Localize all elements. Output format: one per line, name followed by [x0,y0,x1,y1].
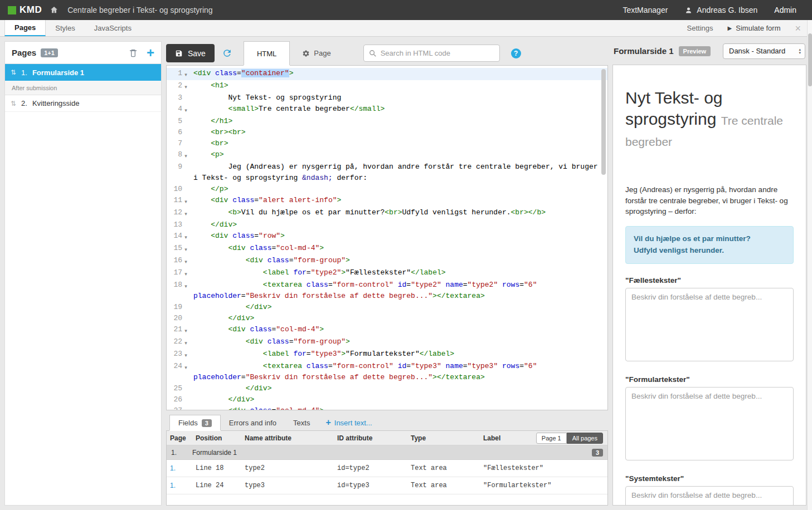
code-line[interactable]: 13 </div> [167,219,607,231]
fold-arrow-icon[interactable] [182,394,189,405]
code-line[interactable]: 17 ▾ <label for="type2">"Fællestekster"<… [167,267,607,279]
tab-styles[interactable]: Styles [46,20,84,36]
preview-textarea[interactable] [625,288,794,361]
line-gutter[interactable]: 7 [167,138,191,149]
fold-arrow-icon[interactable] [182,383,189,394]
settings-link[interactable]: Settings [687,24,713,32]
code-line[interactable]: 11 ▾ <div class="alert alert-info"> [167,195,607,207]
fields-group-row[interactable]: 1. Formularside 1 3 [167,445,607,460]
editor-scrollbar[interactable] [601,69,606,175]
line-gutter[interactable]: 23 ▾ [167,349,191,361]
fold-arrow-icon[interactable] [182,184,189,195]
code-line[interactable]: 23 ▾ <label for="type3">"Formulartekster… [167,349,607,361]
page-scrollbar[interactable] [807,20,812,510]
code-line[interactable]: 27 ▾ <div class="col-md-4"> [167,405,607,410]
fold-arrow-icon[interactable]: ▾ [182,405,189,410]
fold-arrow-icon[interactable]: ▾ [182,349,189,361]
filter-page1-button[interactable]: Page 1 [536,433,567,444]
field-row[interactable]: 1. Line 24 type3 id=type3 Text area "For… [167,477,607,494]
code-line[interactable]: 6 <br><br> [167,127,607,138]
fold-arrow-icon[interactable]: ▾ [182,243,189,255]
tab-html[interactable]: HTML [244,41,290,65]
fold-arrow-icon[interactable]: ▾ [182,336,189,349]
fold-arrow-icon[interactable] [182,127,189,138]
line-gutter[interactable]: 13 [167,219,191,231]
code-line[interactable]: 12 ▾ <b>Vil du hjælpe os et par minutter… [167,207,607,219]
line-gutter[interactable]: 17 ▾ [167,267,191,279]
fold-arrow-icon[interactable] [182,313,189,324]
code-line[interactable]: 15 ▾ <div class="col-md-4"> [167,243,607,255]
code-line[interactable]: 2 ▾ <h1> [167,80,607,92]
line-gutter[interactable]: 14 ▾ [167,231,191,243]
fold-arrow-icon[interactable] [182,116,189,127]
code-line[interactable]: 21 ▾ <div class="col-md-4"> [167,324,607,336]
fold-arrow-icon[interactable]: ▾ [182,255,189,267]
line-gutter[interactable]: 5 [167,116,191,127]
line-gutter[interactable]: 25 [167,383,191,394]
line-gutter[interactable]: 4 ▾ [167,104,191,116]
fold-arrow-icon[interactable] [182,138,189,149]
fold-arrow-icon[interactable] [182,92,189,104]
line-gutter[interactable]: 20 [167,313,191,324]
add-page-icon[interactable]: + [147,46,154,60]
code-line[interactable]: 5 </h1> [167,116,607,127]
preview-textarea[interactable] [625,486,794,506]
line-gutter[interactable]: 11 ▾ [167,195,191,207]
fold-arrow-icon[interactable]: ▾ [182,68,189,80]
code-line[interactable]: 14 ▾ <div class="row"> [167,231,607,243]
line-gutter[interactable]: 8 ▾ [167,149,191,161]
sidebar-item-formularside[interactable]: ⇅ 1. Formularside 1 [5,64,161,81]
page-scrollbar-thumb[interactable] [808,33,812,86]
preview-textarea[interactable] [625,387,794,460]
sort-handle-icon[interactable]: ⇅ [11,100,16,107]
close-icon[interactable]: × [795,23,801,33]
code-line[interactable]: 24 ▾ <textarea class="form-control" id="… [167,361,607,383]
code-line[interactable]: 1 ▾ <div class="container"> [167,68,607,80]
line-gutter[interactable]: 24 ▾ [167,361,191,383]
code-line[interactable]: 19 </div> [167,302,607,313]
line-gutter[interactable]: 19 [167,302,191,313]
simulate-form-button[interactable]: ▶ Simulate form [728,24,781,32]
fold-arrow-icon[interactable]: ▾ [182,279,189,302]
line-gutter[interactable]: 1 ▾ [167,68,191,80]
fold-arrow-icon[interactable]: ▾ [182,324,189,336]
search-input[interactable] [381,49,494,57]
tab-page[interactable]: Page [294,49,338,57]
fold-arrow-icon[interactable]: ▾ [182,195,189,207]
fold-arrow-icon[interactable] [182,161,189,184]
line-gutter[interactable]: 22 ▾ [167,336,191,349]
code-line[interactable]: 7 <br> [167,138,607,149]
line-gutter[interactable]: 3 [167,92,191,104]
insert-text-button[interactable]: + Insert text... [318,415,379,430]
help-icon[interactable]: ? [511,48,521,58]
user-menu[interactable]: Andreas G. Ibsen [684,6,757,14]
language-select[interactable]: Dansk - Standard ▴▾ [723,43,805,59]
line-gutter[interactable]: 9 [167,161,191,184]
line-gutter[interactable]: 26 [167,394,191,405]
line-gutter[interactable]: 27 ▾ [167,405,191,410]
tab-pages[interactable]: Pages [4,20,46,36]
html-code-editor[interactable]: 1 ▾ <div class="container"> 2 ▾ <h1> 3 N… [166,65,608,410]
fold-arrow-icon[interactable] [182,302,189,313]
line-gutter[interactable]: 18 ▾ [167,279,191,302]
fold-arrow-icon[interactable]: ▾ [182,149,189,161]
field-row[interactable]: 1. Line 18 type2 id=type2 Text area "Fæl… [167,460,607,477]
tab-errors-info[interactable]: Errors and info [221,415,285,430]
code-line[interactable]: 4 ▾ <small>Tre centrale begreber</small> [167,104,607,116]
line-gutter[interactable]: 12 ▾ [167,207,191,219]
line-gutter[interactable]: 16 ▾ [167,255,191,267]
filter-all-pages-button[interactable]: All pages [567,433,603,444]
line-gutter[interactable]: 2 ▾ [167,80,191,92]
code-line[interactable]: 16 ▾ <div class="form-group"> [167,255,607,267]
tab-fields[interactable]: Fields 3 [169,415,221,430]
delete-page-icon[interactable] [129,48,138,57]
code-line[interactable]: 18 ▾ <textarea class="form-control" id="… [167,279,607,302]
sort-handle-icon[interactable]: ⇅ [11,68,16,76]
fold-arrow-icon[interactable]: ▾ [182,80,189,92]
refresh-icon[interactable] [219,48,236,58]
tab-texts[interactable]: Texts [285,415,318,430]
save-button[interactable]: Save [166,44,215,62]
fold-arrow-icon[interactable] [182,219,189,231]
code-line[interactable]: 26 </div> [167,394,607,405]
home-icon[interactable] [50,6,59,14]
